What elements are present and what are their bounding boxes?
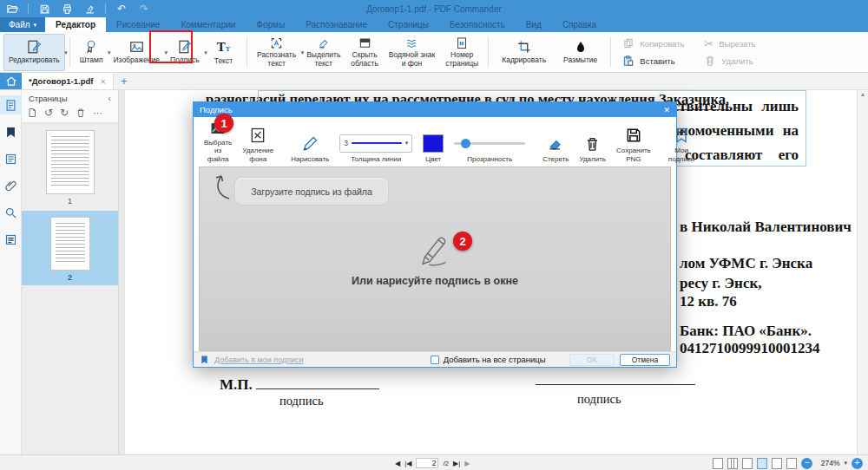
color-control[interactable]: Цвет	[418, 121, 449, 164]
signature-canvas[interactable]: Загрузите подпись из файла Или нарисуйте…	[199, 166, 671, 351]
recognize-text-icon	[268, 36, 285, 49]
add-tab-button[interactable]: +	[114, 73, 135, 89]
menu-tab-forms[interactable]: Формы	[246, 17, 295, 32]
hide-area-button[interactable]: Скрыть область	[345, 34, 383, 71]
panel-attachments-button[interactable]	[0, 176, 22, 195]
paste-button[interactable]: Вставить	[622, 55, 688, 67]
chevron-down-icon[interactable]: ▾	[405, 140, 409, 147]
watermark-button[interactable]: Водяной знак и фон	[384, 34, 440, 71]
close-tab-icon[interactable]: ×	[100, 76, 105, 87]
rotate-cw-icon[interactable]: ↻	[60, 107, 69, 119]
crop-button[interactable]: Кадрировать	[493, 34, 555, 71]
menu-tab-pages[interactable]: Страницы	[378, 17, 439, 32]
fit-page-icon[interactable]	[742, 458, 753, 469]
text-button[interactable]: Tт Текст	[205, 34, 242, 71]
chevron-down-icon: ▾	[64, 49, 68, 56]
book-view-icon[interactable]	[713, 458, 723, 469]
opacity-slider[interactable]	[454, 134, 525, 153]
page-thumbnail-2-selected[interactable]: 2	[22, 211, 118, 285]
panel-notes-button[interactable]	[0, 230, 22, 249]
trash-icon	[704, 55, 716, 67]
menu-file-button[interactable]: Файл ▾	[0, 17, 45, 32]
highlight-text-button[interactable]: Выделить текст	[301, 34, 345, 71]
panel-contents-button[interactable]	[0, 149, 22, 168]
collapse-panel-icon[interactable]: ‹	[108, 93, 111, 103]
save-icon[interactable]	[37, 2, 51, 16]
page-thumbnail-1[interactable]	[46, 130, 95, 194]
page-number-button[interactable]: Номер страницы	[440, 34, 483, 71]
ok-button[interactable]: OK	[569, 354, 615, 366]
redo-icon[interactable]: ↷	[137, 2, 151, 16]
zoom-dropdown-icon[interactable]: ▾	[844, 460, 847, 467]
dialog-header[interactable]: Подпись ✕	[194, 102, 676, 117]
opacity-control[interactable]: Прозрачность	[449, 121, 530, 164]
menu-tab-view[interactable]: Вид	[516, 17, 552, 32]
doc-signature-caption-left: подпись	[279, 394, 324, 408]
tutorial-badge-1: 1	[214, 114, 233, 133]
next-page-icon[interactable]: ▶	[464, 460, 470, 467]
panel-pages-button[interactable]	[0, 95, 22, 114]
print-icon[interactable]	[60, 2, 74, 16]
delete-page-icon[interactable]	[76, 108, 86, 118]
fit-visible-icon[interactable]	[786, 458, 797, 469]
two-page-view-icon[interactable]	[727, 458, 738, 469]
dialog-close-icon[interactable]: ✕	[663, 106, 670, 114]
prev-page-icon[interactable]: ◀	[395, 460, 400, 467]
my-signatures-button[interactable]: Мои подписи	[663, 121, 700, 164]
panel-search-button[interactable]	[0, 203, 22, 222]
blur-button[interactable]: Размытие	[555, 34, 606, 71]
delete-signature-button[interactable]: Удалить	[574, 121, 611, 164]
more-icon[interactable]: ⋯	[93, 108, 102, 119]
menu-tab-help[interactable]: Справка	[552, 17, 607, 32]
line-thickness-control[interactable]: 3 ▾ Толщина линии	[334, 121, 418, 164]
signature-dialog: Подпись ✕ Выбрать из файла Удаление фона…	[193, 101, 677, 368]
first-page-icon[interactable]: |◀	[404, 460, 411, 467]
menu-tab-comments[interactable]: Комментарии	[170, 17, 246, 32]
home-button[interactable]	[0, 73, 22, 89]
zoom-out-button[interactable]: −	[801, 458, 812, 469]
page-number-icon	[454, 36, 470, 49]
stamp-button[interactable]: Штамп ▾	[75, 34, 108, 71]
signature-button[interactable]: Подпись ▾	[165, 34, 205, 71]
document-tab[interactable]: *Договор1-1.pdf ×	[22, 73, 114, 89]
cut-button[interactable]: ✂ Вырезать	[704, 37, 770, 50]
undo-icon[interactable]: ↶	[115, 2, 128, 16]
add-page-icon[interactable]	[27, 108, 37, 118]
add-to-all-pages-option[interactable]: Добавить на все страницы	[431, 355, 546, 364]
recognize-text-button[interactable]: Распознать текст ▾	[252, 34, 301, 71]
save-png-button[interactable]: Сохранить PNG	[611, 121, 656, 164]
cancel-button[interactable]: Отмена	[620, 354, 670, 366]
remove-background-button[interactable]: Удаление фона	[237, 121, 279, 164]
image-button[interactable]: Изображение ▾	[108, 34, 165, 71]
menu-tab-editor[interactable]: Редактор	[45, 17, 106, 32]
dialog-toolbar: Выбрать из файла Удаление фона Нарисоват…	[194, 117, 676, 166]
stamp-quick-icon[interactable]	[82, 2, 96, 16]
draw-signature-button[interactable]: Нарисовать	[286, 121, 334, 164]
bookmark-icon	[200, 355, 209, 365]
copy-icon	[622, 37, 635, 49]
opacity-slider-knob[interactable]	[461, 139, 470, 148]
menu-tab-security[interactable]: Безопасность	[439, 17, 516, 32]
add-to-my-signatures-link[interactable]: Добавить в мои подписи	[214, 356, 304, 364]
erase-button[interactable]: Стереть	[537, 121, 574, 164]
actual-size-icon[interactable]	[772, 458, 782, 469]
color-swatch[interactable]	[423, 134, 444, 153]
open-file-icon[interactable]	[5, 2, 19, 16]
last-page-icon[interactable]: ▶|	[453, 460, 460, 467]
upload-signature-button[interactable]: Загрузите подпись из файла	[234, 177, 389, 206]
dialog-footer: Добавить в мои подписи Добавить на все с…	[194, 351, 676, 367]
menu-tab-drawing[interactable]: Рисование	[106, 17, 170, 32]
panel-bookmarks-button[interactable]	[0, 122, 22, 141]
delete-button[interactable]: Удалить	[704, 55, 770, 67]
current-page-input[interactable]: 2	[416, 458, 438, 468]
menu-tab-recognition[interactable]: Распознавание	[295, 17, 378, 32]
paperclip-icon	[4, 180, 17, 193]
scroll-up-icon[interactable]: ▲	[860, 91, 866, 97]
vertical-scrollbar[interactable]: ▲ ▼	[857, 90, 868, 454]
copy-button[interactable]: Копировать	[622, 37, 688, 49]
fit-width-icon[interactable]	[757, 458, 767, 469]
checkbox[interactable]	[431, 356, 439, 364]
zoom-in-button[interactable]: +	[852, 458, 863, 469]
rotate-ccw-icon[interactable]: ↺	[44, 107, 53, 119]
edit-button[interactable]: Редактировать ▾	[3, 34, 65, 71]
